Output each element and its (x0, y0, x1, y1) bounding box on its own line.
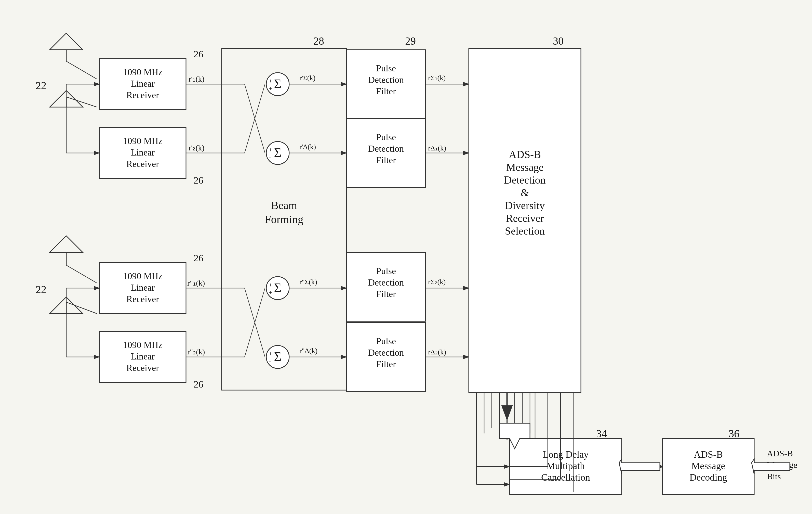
svg-text:Multipath: Multipath (547, 460, 585, 471)
svg-text:Pulse: Pulse (376, 336, 396, 346)
label-29-1: 29 (405, 35, 416, 47)
svg-text:Detection: Detection (368, 143, 404, 154)
svg-text:Σ: Σ (274, 77, 281, 91)
sig-out3: rΣ₂(k) (428, 278, 445, 286)
svg-text:+: + (269, 281, 272, 288)
adsb-bits-label: ADS-B (767, 449, 793, 458)
svg-text:Pulse: Pulse (376, 132, 396, 142)
sig-out1: rΣ₁(k) (428, 74, 445, 82)
svg-text:&: & (521, 187, 529, 199)
svg-text:+: + (269, 146, 272, 153)
svg-text:Bits: Bits (767, 472, 781, 481)
svg-text:-: - (269, 358, 271, 364)
label-36: 36 (729, 428, 740, 439)
svg-text:Receiver: Receiver (126, 363, 159, 373)
svg-text:Filter: Filter (376, 359, 396, 369)
block-diagram: 22 22 1090 MHz Linear Receiver 26 1090 M… (0, 0, 812, 514)
label-26-2: 26 (194, 175, 203, 186)
sig-rsum2: r"Σ(k) (299, 278, 317, 286)
sig-r3k: r"₁(k) (187, 279, 205, 287)
svg-text:1090 MHz: 1090 MHz (123, 136, 163, 146)
svg-text:1090 MHz: 1090 MHz (123, 271, 163, 281)
sig-r4k: r"₂(k) (187, 348, 205, 356)
svg-text:Diversity: Diversity (505, 200, 545, 211)
svg-text:Cancellation: Cancellation (541, 472, 590, 483)
label-26-4: 26 (194, 379, 203, 389)
svg-text:+: + (269, 289, 272, 296)
svg-text:1090 MHz: 1090 MHz (123, 340, 163, 350)
label-28: 28 (313, 35, 324, 47)
svg-text:Decoding: Decoding (690, 472, 727, 483)
svg-text:Message: Message (506, 161, 544, 173)
svg-text:-: - (269, 154, 271, 161)
svg-text:Receiver: Receiver (126, 294, 159, 304)
svg-text:Selection: Selection (505, 225, 545, 237)
svg-text:Filter: Filter (376, 289, 396, 299)
svg-text:ADS-B: ADS-B (509, 148, 541, 160)
label-22-bottom: 22 (36, 284, 47, 296)
svg-text:+: + (269, 78, 272, 84)
sig-out4: rΔ₂(k) (428, 348, 446, 356)
label-22-top: 22 (36, 80, 47, 91)
svg-text:Filter: Filter (376, 155, 396, 165)
svg-text:Pulse: Pulse (376, 266, 396, 276)
label-26-3: 26 (194, 253, 203, 263)
svg-text:Detection: Detection (368, 348, 404, 358)
sig-rsum1: r'Σ(k) (299, 74, 315, 82)
label-30: 30 (553, 35, 563, 47)
svg-text:Σ: Σ (274, 280, 281, 295)
svg-text:ADS-B: ADS-B (694, 449, 723, 460)
svg-text:+: + (269, 350, 272, 357)
svg-text:Detection: Detection (368, 277, 404, 288)
receiver-label-1: 1090 MHz (123, 67, 163, 77)
svg-text:Filter: Filter (376, 86, 396, 97)
label-34: 34 (596, 428, 607, 439)
sig-rdelta2: r"Δ(k) (299, 347, 317, 355)
sig-r1k: r'₁(k) (188, 75, 204, 83)
label-26-1: 26 (194, 49, 203, 59)
svg-text:Linear: Linear (131, 147, 155, 158)
sig-out2: rΔ₁(k) (428, 144, 446, 152)
svg-text:Detection: Detection (504, 174, 546, 186)
svg-text:Linear: Linear (131, 282, 155, 293)
svg-text:Message: Message (692, 460, 725, 471)
svg-text:Σ: Σ (274, 349, 281, 363)
sig-rdelta1: r'Δ(k) (299, 143, 316, 151)
svg-text:Forming: Forming (265, 213, 303, 226)
svg-text:Linear: Linear (131, 351, 155, 361)
svg-text:Pulse: Pulse (376, 63, 396, 74)
beamforming-label: Beam (271, 199, 297, 212)
sig-r2k: r'₂(k) (188, 143, 204, 152)
svg-text:Receiver: Receiver (126, 159, 159, 169)
svg-text:Long Delay: Long Delay (543, 449, 588, 460)
svg-text:Linear: Linear (131, 79, 155, 89)
svg-text:+: + (269, 85, 272, 92)
svg-text:Σ: Σ (274, 145, 281, 160)
svg-text:Receiver: Receiver (506, 212, 544, 224)
svg-text:Detection: Detection (368, 75, 404, 85)
svg-text:Receiver: Receiver (126, 90, 159, 100)
